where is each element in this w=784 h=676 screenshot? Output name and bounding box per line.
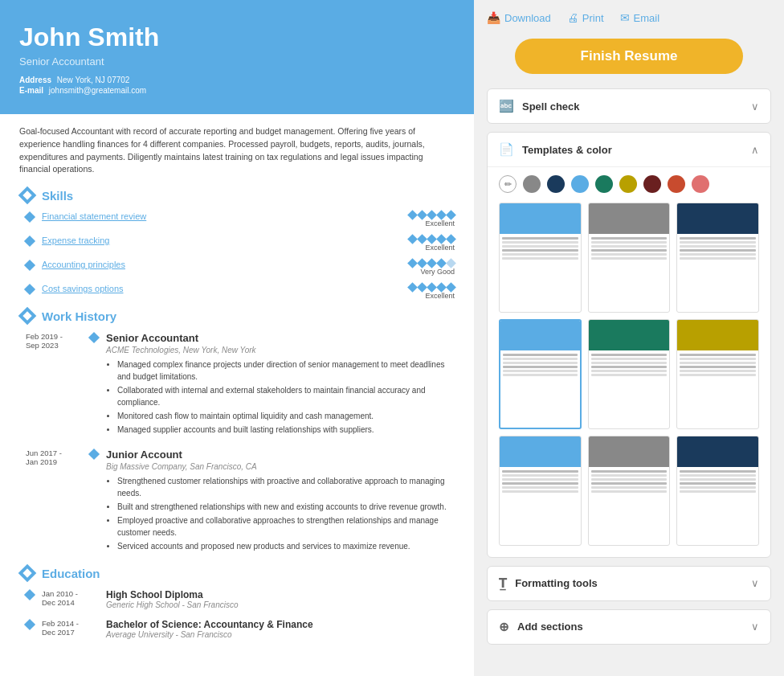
formatting-tools-accordion: T̲ Formatting tools ∨ bbox=[487, 566, 771, 601]
resume-address: New York, NJ 07702 bbox=[57, 76, 130, 84]
templates-color-header[interactable]: 📄 Templates & color ∧ bbox=[488, 133, 770, 166]
skill-bullet bbox=[24, 284, 35, 295]
work-company: ACME Technologies, New York, New York bbox=[106, 346, 455, 354]
skill-level: Excellent bbox=[409, 292, 455, 300]
skill-name: Expense tracking bbox=[42, 236, 409, 245]
skill-item: Cost savings optionsExcellent bbox=[19, 284, 455, 300]
print-link[interactable]: 🖨 Print bbox=[567, 11, 604, 24]
color-swatch-pencil[interactable]: ✏ bbox=[499, 175, 517, 193]
skill-dot bbox=[436, 282, 447, 293]
skill-rating: Very Good bbox=[409, 260, 455, 276]
work-content: Senior AccountantACME Technologies, New … bbox=[106, 332, 455, 437]
skill-dot bbox=[427, 282, 437, 293]
resume-summary: Goal-focused Accountant with record of a… bbox=[19, 125, 455, 176]
add-sections-header[interactable]: ⊕ Add sections ∨ bbox=[488, 610, 770, 644]
education-bullet bbox=[24, 619, 35, 630]
email-label: E-mail bbox=[19, 86, 43, 95]
template-thumb-2[interactable] bbox=[676, 203, 759, 313]
color-swatch-dark-blue[interactable] bbox=[547, 175, 565, 193]
resume-panel: John Smith Senior Accountant Address New… bbox=[0, 0, 474, 676]
formatting-tools-label: Formatting tools bbox=[515, 577, 598, 589]
formatting-tools-header[interactable]: T̲ Formatting tools ∨ bbox=[488, 567, 770, 600]
education-degree: Bachelor of Science: Accountancy & Finan… bbox=[106, 619, 455, 630]
work-bullet-item: Serviced accounts and proposed new produ… bbox=[117, 540, 455, 552]
color-swatch-gray[interactable] bbox=[523, 175, 541, 193]
color-swatch-salmon[interactable] bbox=[692, 175, 709, 193]
skill-rating: Excellent bbox=[409, 236, 455, 252]
education-item: Feb 2014 -Dec 2017Bachelor of Science: A… bbox=[19, 619, 455, 639]
skill-level: Excellent bbox=[409, 244, 455, 252]
resume-body: Goal-focused Accountant with record of a… bbox=[0, 114, 474, 660]
skills-list: Financial statement reviewExcellentExpen… bbox=[19, 211, 455, 300]
templates-color-label: Templates & color bbox=[522, 144, 612, 156]
address-label: Address bbox=[19, 76, 51, 84]
work-date: Jun 2017 -Jan 2019 bbox=[26, 449, 90, 554]
skill-bullet bbox=[24, 236, 35, 247]
template-grid bbox=[499, 203, 759, 546]
resume-title: Senior Accountant bbox=[19, 55, 455, 68]
spellcheck-icon: 🔤 bbox=[499, 99, 514, 113]
color-swatch-dark-red[interactable] bbox=[643, 175, 661, 193]
education-date: Feb 2014 -Dec 2017 bbox=[42, 619, 106, 637]
education-item: Jan 2010 -Dec 2014High School DiplomaGen… bbox=[19, 589, 455, 609]
color-swatch-light-blue[interactable] bbox=[571, 175, 589, 193]
skill-dot bbox=[407, 258, 418, 268]
education-school: Generic High School - San Francisco bbox=[106, 600, 455, 609]
color-swatch-orange-red[interactable] bbox=[668, 175, 685, 193]
templates-color-chevron: ∧ bbox=[751, 144, 759, 156]
spell-check-accordion: 🔤 Spell check ∨ bbox=[487, 88, 771, 124]
skill-dot bbox=[407, 234, 418, 244]
work-content: Junior AccountBig Massive Company, San F… bbox=[106, 449, 455, 554]
resume-email: johnsmith@greatemail.com bbox=[49, 86, 146, 95]
education-section-title: Education bbox=[42, 567, 100, 580]
color-swatch-green[interactable] bbox=[595, 175, 613, 193]
template-thumb-4[interactable] bbox=[588, 319, 671, 429]
education-list: Jan 2010 -Dec 2014High School DiplomaGen… bbox=[19, 589, 455, 639]
skill-dot bbox=[407, 210, 418, 220]
education-content: High School DiplomaGeneric High School -… bbox=[106, 589, 455, 609]
work-bullet-item: Managed complex finance projects under d… bbox=[117, 358, 455, 383]
download-label: Download bbox=[504, 12, 551, 24]
work-section-header: Work History bbox=[19, 308, 455, 324]
resume-header: John Smith Senior Accountant Address New… bbox=[0, 0, 474, 114]
education-content: Bachelor of Science: Accountancy & Finan… bbox=[106, 619, 455, 639]
template-thumb-8[interactable] bbox=[676, 436, 759, 546]
work-bullet-item: Collaborated with internal and external … bbox=[117, 384, 455, 408]
template-thumb-1[interactable] bbox=[588, 203, 671, 313]
templates-body: ✏ bbox=[488, 166, 770, 557]
template-thumb-7[interactable] bbox=[588, 436, 671, 546]
education-section-diamond bbox=[19, 565, 35, 581]
education-degree: High School Diploma bbox=[106, 589, 455, 600]
print-icon: 🖨 bbox=[567, 11, 578, 24]
skill-dot bbox=[446, 210, 456, 220]
work-bullet-item: Employed proactive and collaborative app… bbox=[117, 514, 455, 539]
education-date: Jan 2010 -Dec 2014 bbox=[42, 589, 106, 607]
work-date: Feb 2019 -Sep 2023 bbox=[26, 332, 90, 437]
download-link[interactable]: 📥 Download bbox=[487, 11, 551, 24]
skills-section-diamond bbox=[19, 187, 35, 203]
work-bullet-item: Strengthened customer relationships with… bbox=[117, 475, 455, 499]
skill-dot bbox=[417, 210, 427, 220]
formatting-icon: T̲ bbox=[499, 576, 507, 591]
work-bullet bbox=[88, 449, 100, 460]
template-thumb-3[interactable] bbox=[499, 319, 582, 429]
add-sections-accordion: ⊕ Add sections ∨ bbox=[487, 609, 771, 645]
skill-level: Excellent bbox=[409, 219, 455, 227]
email-link[interactable]: ✉ Email bbox=[620, 11, 660, 24]
skill-rating: Excellent bbox=[409, 284, 455, 300]
skill-dot bbox=[427, 234, 437, 244]
color-swatches: ✏ bbox=[499, 175, 759, 193]
formatting-tools-chevron: ∨ bbox=[751, 577, 759, 589]
template-thumb-5[interactable] bbox=[676, 319, 759, 429]
finish-resume-button[interactable]: Finish Resume bbox=[515, 39, 742, 74]
add-sections-label: Add sections bbox=[517, 621, 583, 633]
skill-bullet bbox=[24, 260, 35, 271]
skill-name: Cost savings options bbox=[42, 284, 409, 293]
skill-dot bbox=[417, 258, 427, 268]
spell-check-header[interactable]: 🔤 Spell check ∨ bbox=[488, 89, 770, 123]
skill-dot bbox=[436, 210, 447, 220]
template-thumb-6[interactable] bbox=[499, 436, 582, 546]
template-thumb-0[interactable] bbox=[499, 203, 582, 313]
color-swatch-olive[interactable] bbox=[619, 175, 637, 193]
skill-dot bbox=[417, 234, 427, 244]
